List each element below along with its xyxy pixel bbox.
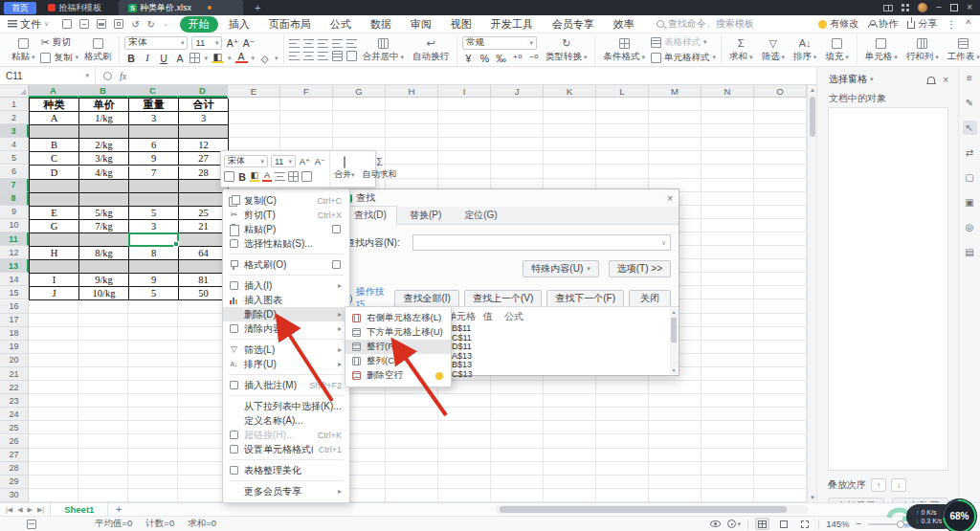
panel-close-icon[interactable]: × [943, 75, 948, 85]
format-painter-button[interactable]: 格式刷 [81, 37, 115, 63]
sort-button[interactable]: A↓排序 ▾ [791, 37, 819, 63]
menu-item-排序-U-[interactable]: 排序(U)▸ [223, 357, 349, 371]
menu-tab-视图[interactable]: 视图 [442, 16, 480, 33]
cell-A1[interactable]: 种类 [30, 99, 79, 112]
borders-icon[interactable] [189, 53, 200, 63]
mini-align-center-icon[interactable] [275, 172, 285, 181]
new-tab-button[interactable]: + [255, 2, 260, 13]
cell-A7[interactable] [30, 180, 79, 193]
save-icon[interactable] [79, 19, 89, 29]
row-header-1[interactable]: 1 [0, 98, 29, 111]
bell-icon[interactable] [927, 77, 935, 83]
zoom-level[interactable]: 145% [826, 519, 849, 529]
row-header-16[interactable]: 16 [0, 300, 29, 314]
results-scrollbar[interactable]: ▲ ▼ [670, 308, 678, 374]
cell-C2[interactable]: 3 [129, 112, 179, 125]
find-prev-button[interactable]: 查找上一个(V) [464, 290, 542, 307]
cell-A2[interactable]: A [30, 112, 79, 125]
cell-B6[interactable]: 4/kg [79, 166, 129, 180]
column-header-N[interactable]: N [702, 85, 754, 98]
cell-A9[interactable]: E [30, 207, 79, 220]
mini-merge-button[interactable]: 合并▾ [330, 151, 359, 187]
find-next-button[interactable]: 查找下一个(F) [546, 290, 624, 307]
justify-icon[interactable] [332, 51, 343, 61]
center-view-button[interactable]: ▾ [727, 520, 742, 528]
menu-tab-公式[interactable]: 公式 [322, 16, 360, 33]
find-dialog-tab-查找(D)[interactable]: 查找(D) [344, 206, 397, 225]
cell-C13[interactable] [129, 260, 179, 274]
cell-D3[interactable] [179, 125, 229, 139]
selection-cursor-icon[interactable]: ↖ [963, 121, 977, 135]
location-icon[interactable]: ◎ [963, 220, 977, 234]
page-break-view-button[interactable] [797, 518, 812, 530]
cell-C4[interactable]: 6 [129, 139, 179, 152]
quick-tools-icon[interactable]: ✎ [963, 96, 977, 110]
column-header-D[interactable]: D [178, 85, 228, 98]
find-content-input[interactable]: ∨ [412, 234, 671, 251]
row-header-9[interactable]: 9 [0, 206, 29, 219]
cell-B1[interactable]: 单价 [79, 99, 129, 112]
filter-button[interactable]: ▽筛选 ▾ [758, 37, 787, 63]
name-box[interactable]: C11 ▾ [0, 67, 96, 84]
menu-tab-页面布局[interactable]: 页面布局 [260, 16, 320, 33]
results-scrollbar-thumb[interactable] [671, 318, 677, 343]
panel-chevron-icon[interactable]: ▾ [870, 76, 874, 83]
print-icon[interactable] [97, 19, 106, 29]
collapse-ribbon-icon[interactable]: ^ [966, 19, 970, 30]
cell-A13[interactable] [30, 260, 79, 274]
currency-icon[interactable]: ¥ [462, 53, 475, 64]
cell-B10[interactable]: 7/kg [79, 220, 129, 233]
menu-tab-开始[interactable]: 开始 [180, 16, 218, 33]
cell-B11[interactable] [79, 233, 129, 247]
menu-item-定义名称-A-[interactable]: 定义名称(A)... [223, 413, 349, 428]
tab-docer-template[interactable]: 抢福利模板 [40, 2, 109, 14]
cell-A3[interactable] [30, 125, 79, 139]
increase-decimal-icon[interactable]: ⁺⁰ [511, 53, 523, 64]
column-header-O[interactable]: O [754, 85, 807, 98]
menu-tab-会员专享[interactable]: 会员专享 [544, 16, 603, 33]
mini-grow-font-button[interactable]: A⁺ [299, 157, 311, 166]
minimize-button[interactable]: − [936, 3, 942, 12]
menu-tab-插入[interactable]: 插入 [220, 16, 258, 33]
row-header-27[interactable]: 27 [0, 449, 29, 462]
emoticon-icon[interactable] [224, 171, 234, 182]
cell-C14[interactable]: 9 [129, 274, 179, 287]
column-header-A[interactable]: A [29, 85, 78, 98]
row-header-3[interactable]: 3 [0, 124, 29, 138]
cell-B2[interactable]: 1/kg [79, 112, 129, 125]
row-header-10[interactable]: 10 [0, 219, 29, 232]
decrease-decimal-icon[interactable]: ⁻⁰ [527, 53, 540, 64]
move-up-button[interactable]: ↑ [871, 478, 886, 492]
row-header-24[interactable]: 24 [0, 408, 29, 421]
align-left-icon[interactable] [289, 52, 300, 60]
strikethrough-button[interactable]: A [173, 53, 186, 64]
find-dialog-tab-定位(G)[interactable]: 定位(G) [454, 206, 507, 224]
zoom-cell-icon[interactable] [103, 72, 112, 80]
row-header-4[interactable]: 4 [0, 138, 29, 151]
cell-C3[interactable] [129, 125, 179, 139]
menu-item-格式刷-O-[interactable]: 格式刷(O) [223, 257, 349, 272]
cut-button[interactable]: ✂剪切 [40, 36, 78, 49]
copy-button[interactable]: 复制▾ [40, 52, 78, 64]
column-header-B[interactable]: B [78, 85, 128, 98]
find-dialog-titlebar[interactable]: S 查找 × [338, 189, 679, 207]
image-edit-icon[interactable]: ▣ [963, 195, 977, 210]
merge-center-button[interactable]: 合并居中 ▾ [360, 37, 407, 63]
vertical-scrollbar[interactable]: ▲ ▼ [807, 85, 816, 502]
paste-options-icon[interactable] [331, 224, 342, 234]
decrease-indent-icon[interactable] [332, 39, 343, 48]
row-header-29[interactable]: 29 [0, 476, 29, 489]
results-scroll-down-icon[interactable]: ▼ [670, 366, 678, 374]
cell-C12[interactable]: 8 [129, 247, 179, 260]
number-format-select[interactable]: 常规▾ [462, 36, 537, 50]
cell-D1[interactable]: 合计 [179, 99, 229, 112]
clear-format-icon[interactable]: ◇ [258, 53, 271, 64]
cells-button[interactable]: 单元格 ▾ [862, 37, 901, 63]
font-name-select[interactable]: 宋体▾ [124, 36, 188, 50]
menu-item-整行-R-[interactable]: 整行(R) [345, 340, 451, 354]
select-all-corner[interactable] [0, 85, 29, 98]
cell-A12[interactable]: H [30, 247, 79, 260]
user-avatar[interactable] [918, 3, 927, 12]
cell-B8[interactable] [79, 193, 129, 207]
align-right-icon[interactable] [318, 52, 328, 60]
